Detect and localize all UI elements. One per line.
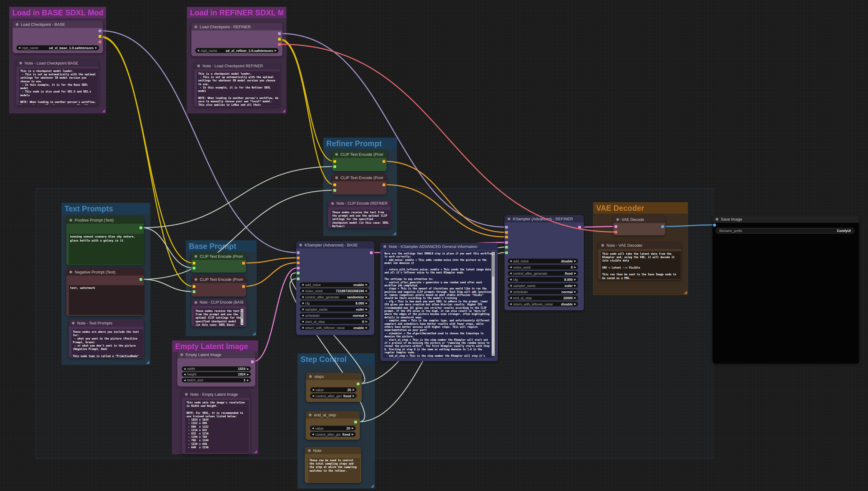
widget-right-arrow-icon[interactable]: ▶ [366,307,368,312]
output-slot-image[interactable] [661,225,664,228]
node-header[interactable]: CLIP Text Encode (Prompt) [332,150,386,158]
widget-left-arrow-icon[interactable]: ◀ [184,378,185,383]
scroll-down-icon[interactable]: ▼ [492,353,495,356]
input-slot-model[interactable] [297,251,299,254]
widget-right-arrow-icon[interactable]: ▶ [366,300,368,306]
note-text[interactable]: These nodes receive the text from the pr… [331,210,390,228]
widget-left-arrow-icon[interactable]: ◀ [312,432,314,437]
widget-left-arrow-icon[interactable]: ◀ [510,258,512,264]
widget-noise-seed[interactable]: ◀noise_seed0▶ [508,264,578,270]
group-title-bar[interactable]: Empty Latent Image [172,341,258,352]
group-title-bar[interactable]: Step Control [298,354,375,365]
node-header[interactable]: Note [305,447,361,454]
widget-left-arrow-icon[interactable]: ◀ [184,372,185,377]
input-slot-steps[interactable] [297,271,299,275]
node-load-checkpoint-refiner[interactable]: Load Checkpoint - REFINER ◀ ckpt_name sd… [192,23,282,56]
widget-left-arrow-icon[interactable]: ◀ [184,366,185,372]
widget-return-with-leftover-noise[interactable]: ◀return_with_leftover_noiseenable▶ [299,325,370,330]
output-slot-conditioning[interactable] [382,160,385,163]
widget-width[interactable]: ◀width1024▶ [181,366,251,371]
widget-right-arrow-icon[interactable]: ▶ [275,48,277,53]
note-text[interactable]: These nodes are where you include the te… [71,329,144,357]
widget-left-arrow-icon[interactable]: ◀ [302,300,303,306]
node-header[interactable]: Note - CLIP Encode (REFINER) [328,200,391,207]
widget-left-arrow-icon[interactable]: ◀ [197,48,199,53]
node-header[interactable]: Save Image [713,215,859,223]
input-slot-negative[interactable] [297,261,299,264]
node-header[interactable]: end_at_step [306,411,360,418]
input-slot-latent-image[interactable] [297,267,299,269]
node-ksampler-advanced-base[interactable]: KSampler (Advanced) - BASE ◀add_noiseena… [296,241,374,335]
input-slot-latent-image[interactable] [505,241,508,244]
input-slot-positive[interactable] [297,257,299,259]
note-text[interactable]: This is a checkpoint model loader. - Thi… [197,71,280,106]
scroll-thumb[interactable] [492,255,494,277]
node-header[interactable]: Note - VAE Decoder [598,241,681,249]
widget-right-arrow-icon[interactable]: ▶ [366,319,368,324]
node-header[interactable]: KSampler (Advanced) - BASE [296,241,374,249]
widget-left-arrow-icon[interactable]: ◀ [302,294,303,299]
node-header[interactable]: Empty Latent Image [177,351,255,358]
widget-right-arrow-icon[interactable]: ▶ [366,282,368,287]
widget-start-at-step[interactable]: ◀start_at_step0▶ [299,319,370,324]
node-note-step-control[interactable]: Note These can be used to control the to… [305,447,361,483]
input-slot-negative[interactable] [505,236,508,238]
output-slot-int[interactable] [357,382,359,385]
node-clip-encode-refiner-negative[interactable]: CLIP Text Encode (Prompt) [332,174,386,195]
widget-scheduler[interactable]: ◀schedulernormal▶ [299,313,370,318]
input-slot-text[interactable] [193,290,195,293]
note-text[interactable]: Here are the settings that SHOULD stay i… [383,251,494,358]
output-slot-latent[interactable] [370,251,373,254]
widget-left-arrow-icon[interactable]: ◀ [302,282,303,287]
widget-right-arrow-icon[interactable]: ▶ [247,366,249,372]
widget-right-arrow-icon[interactable]: ▶ [366,325,368,330]
widget-left-arrow-icon[interactable]: ◀ [510,264,512,270]
prompt-textarea[interactable]: evening sunset scenery blue sky nature, … [69,234,144,264]
widget-right-arrow-icon[interactable]: ▶ [353,387,354,393]
node-header[interactable]: Positive Prompt (Text) [66,216,144,224]
scroll-thumb[interactable] [241,312,243,319]
input-slot-clip[interactable] [334,160,336,163]
widget-value[interactable]: ◀value20▶ [310,426,356,431]
input-slot-clip[interactable] [193,285,195,288]
widget-left-arrow-icon[interactable]: ◀ [312,393,314,399]
group-title-bar[interactable]: Base Prompt [186,240,256,252]
input-slot-start-at-step[interactable] [505,251,508,254]
output-slot-vae[interactable] [278,43,281,46]
node-clip-encode-refiner-positive[interactable]: CLIP Text Encode (Prompt) [332,150,386,171]
node-note-text-prompts[interactable]: Note - Text Prompts These nodes are wher… [69,319,144,358]
input-slot-clip[interactable] [193,262,195,264]
input-slot-samples[interactable] [614,225,617,228]
input-slot-vae[interactable] [614,231,617,233]
widget-left-arrow-icon[interactable]: ◀ [510,301,512,307]
output-slot-text[interactable] [140,227,142,229]
widget-left-arrow-icon[interactable]: ◀ [302,307,303,312]
input-slot-model[interactable] [505,226,508,229]
widget-right-arrow-icon[interactable]: ▶ [574,264,576,270]
note-text[interactable]: This node sets the image's resolution in… [185,400,249,453]
node-vae-decode[interactable]: VAE Decode [613,216,665,235]
widget-sampler-name[interactable]: ◀sampler_nameeuler▶ [508,283,578,288]
widget-value[interactable]: ◀value25▶ [310,387,357,393]
group-title-bar[interactable]: Refiner Prompt [323,138,397,149]
node-empty-latent-image[interactable]: Empty Latent Image ◀width1024▶ ◀height10… [177,351,255,386]
node-steps-primitive[interactable]: steps ◀value25▶ ◀control_after_generatef… [306,373,361,402]
output-slot-clip[interactable] [278,38,281,40]
input-slot-text[interactable] [334,189,336,192]
widget-right-arrow-icon[interactable]: ▶ [574,277,576,282]
widget-add-noise[interactable]: ◀add_noisedisable▶ [508,258,578,264]
node-ksampler-advanced-refiner[interactable]: KSampler (Advanced) - REFINER ◀add_noise… [504,215,584,310]
note-text[interactable]: These nodes receive the text from the pr… [194,309,243,326]
widget-left-arrow-icon[interactable]: ◀ [302,319,303,324]
group-title-bar[interactable]: Load in BASE SDXL Model [9,7,106,18]
node-note-clip-encode-base[interactable]: Note - CLIP Encode (BASE) These nodes re… [192,299,247,327]
widget-right-arrow-icon[interactable]: ▶ [352,426,354,431]
widget-right-arrow-icon[interactable]: ▶ [574,283,576,288]
node-load-checkpoint-base[interactable]: Load Checkpoint - BASE ◀ ckpt_name sd_xl… [12,21,103,53]
node-header[interactable]: VAE Decode [613,216,665,223]
node-header[interactable]: Note - Empty Latent Image [182,391,250,398]
output-slot-clip[interactable] [98,35,102,38]
output-slot-conditioning[interactable] [242,262,245,264]
widget-left-arrow-icon[interactable]: ◀ [510,271,512,276]
widget-right-arrow-icon[interactable]: ▶ [574,289,576,294]
